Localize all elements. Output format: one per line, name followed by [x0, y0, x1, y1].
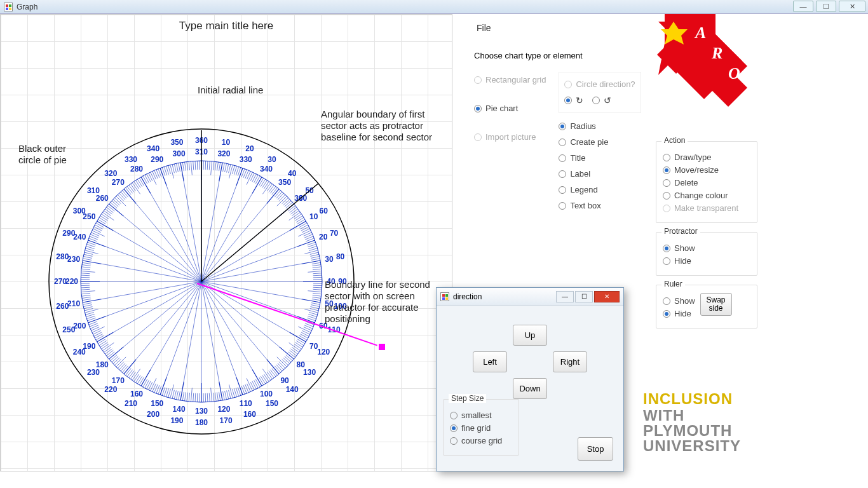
dialog-titlebar[interactable]: direction — ☐ ✕ — [437, 288, 623, 306]
radio-dir-cw[interactable]: ↻ — [564, 95, 583, 105]
radio-import-picture[interactable]: Import picture — [474, 132, 546, 142]
svg-line-54 — [311, 305, 320, 307]
radio-label[interactable]: Label — [559, 169, 641, 179]
file-menu[interactable]: File — [468, 20, 500, 36]
svg-line-320 — [217, 162, 218, 171]
radio-draw[interactable]: Draw/type — [663, 152, 750, 162]
svg-line-119 — [227, 390, 229, 399]
svg-text:230: 230 — [87, 368, 100, 377]
direction-dialog[interactable]: direction — ☐ ✕ Up Left Right Down Stop … — [436, 287, 624, 471]
svg-line-360 — [285, 201, 291, 207]
svg-line-276 — [130, 184, 135, 191]
swap-side-button[interactable]: Swap side — [700, 293, 732, 316]
svg-line-68 — [302, 330, 310, 334]
radio-legend[interactable]: Legend — [559, 185, 641, 194]
svg-line-73 — [297, 339, 305, 344]
svg-line-103 — [255, 379, 260, 387]
svg-line-272 — [124, 189, 136, 203]
svg-line-309 — [195, 161, 196, 170]
plymouth-logo: INCLUSION WITH PLYMOUTH UNIVERSITY — [643, 390, 741, 454]
svg-line-191 — [98, 339, 105, 344]
svg-text:330: 330 — [125, 155, 137, 164]
choose-legend: Choose chart type or element — [474, 51, 652, 60]
svg-line-338 — [250, 173, 254, 181]
svg-line-146 — [172, 390, 174, 399]
radio-transparent[interactable]: Make transparent — [663, 203, 750, 213]
svg-line-59 — [308, 314, 316, 316]
svg-text:350: 350 — [170, 138, 183, 147]
svg-line-259 — [105, 209, 112, 214]
up-button[interactable]: Up — [513, 325, 547, 346]
svg-line-47 — [308, 291, 322, 292]
chart-canvas[interactable]: Type main title here 0102030405060708090… — [0, 14, 452, 471]
svg-line-288 — [153, 171, 156, 179]
svg-text:30: 30 — [325, 255, 334, 264]
svg-line-11 — [297, 219, 305, 224]
radio-protractor-show[interactable]: Show — [663, 243, 750, 253]
app-icon — [4, 3, 13, 11]
svg-text:300: 300 — [73, 207, 86, 215]
stop-button[interactable]: Stop — [578, 437, 613, 461]
svg-text:290: 290 — [151, 155, 163, 164]
chart-title[interactable]: Type main title here — [1, 20, 452, 32]
svg-line-163 — [139, 377, 144, 385]
svg-line-269 — [119, 193, 125, 200]
radio-ruler-hide[interactable]: Hide — [663, 309, 695, 318]
svg-line-195 — [94, 332, 102, 336]
radio-textbox[interactable]: Text box — [559, 201, 641, 210]
svg-line-166 — [134, 374, 139, 382]
svg-line-210 — [83, 305, 92, 307]
dialog-close-button[interactable]: ✕ — [594, 291, 620, 302]
radio-ruler-show[interactable]: Show — [663, 296, 695, 306]
svg-line-37 — [308, 271, 322, 272]
close-button[interactable]: ✕ — [839, 1, 865, 12]
svg-line-45 — [313, 287, 322, 288]
radio-step-smallest[interactable]: smallest — [450, 410, 512, 420]
radio-pie-chart[interactable]: Pie chart — [474, 104, 546, 113]
maximize-button[interactable]: ☐ — [816, 1, 836, 12]
radio-dir-ccw[interactable]: ↺ — [592, 95, 611, 105]
svg-line-231 — [82, 262, 91, 264]
right-button[interactable]: Right — [553, 351, 587, 372]
radio-step-course[interactable]: course grid — [450, 436, 512, 445]
svg-line-300 — [176, 163, 178, 172]
svg-line-158 — [149, 382, 153, 390]
svg-line-52 — [302, 299, 321, 302]
svg-line-94 — [270, 370, 276, 377]
dialog-minimize-button[interactable]: — — [556, 291, 574, 302]
radio-delete[interactable]: Delete — [663, 178, 750, 187]
svg-line-148 — [168, 389, 171, 397]
dialog-maximize-button[interactable]: ☐ — [575, 291, 593, 302]
svg-text:350: 350 — [278, 178, 291, 187]
svg-line-260 — [106, 207, 113, 213]
svg-line-391 — [166, 186, 201, 281]
svg-line-182 — [109, 347, 123, 359]
annotation-boundary1: Angular boundary of first sector acts as… — [321, 109, 432, 143]
left-button[interactable]: Left — [473, 351, 507, 372]
svg-line-190 — [99, 341, 107, 345]
svg-line-116 — [233, 389, 235, 397]
radio-protractor-hide[interactable]: Hide — [663, 256, 750, 266]
radio-rect-grid[interactable]: Rectangular grid — [474, 75, 546, 85]
svg-text:80: 80 — [336, 252, 345, 261]
svg-text:250: 250 — [62, 325, 75, 334]
radio-create-pie[interactable]: Create pie — [559, 137, 641, 147]
svg-line-254 — [99, 217, 107, 222]
svg-line-297 — [170, 165, 174, 178]
radio-step-fine[interactable]: fine grid — [450, 423, 512, 433]
radio-move[interactable]: Move/resize — [663, 165, 750, 175]
svg-text:280: 280 — [130, 165, 143, 173]
svg-line-101 — [259, 377, 264, 385]
radio-colour[interactable]: Change colour — [663, 191, 750, 200]
minimize-button[interactable]: — — [793, 1, 813, 12]
svg-text:270: 270 — [112, 178, 125, 187]
svg-line-88 — [279, 362, 285, 369]
circle-direction-group: Circle direction? ↻ ↺ — [559, 72, 641, 113]
svg-line-233 — [83, 259, 92, 261]
down-button[interactable]: Down — [513, 378, 547, 399]
radio-radius[interactable]: Radius — [559, 121, 641, 131]
svg-text:70: 70 — [330, 229, 339, 238]
radio-title[interactable]: Title — [559, 153, 641, 163]
sector-boundary-handle[interactable] — [379, 344, 385, 350]
svg-text:270: 270 — [54, 277, 67, 286]
